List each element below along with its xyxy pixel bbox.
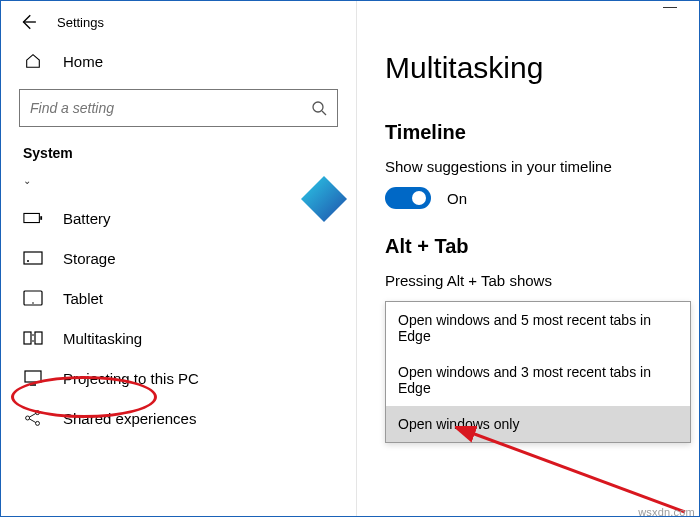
titlebar: Settings (1, 7, 356, 41)
settings-window: Settings Home System ⌄ Batt (0, 0, 700, 517)
svg-marker-20 (301, 176, 347, 222)
section-label: System (1, 139, 356, 167)
alttab-heading: Alt + Tab (385, 235, 699, 258)
projecting-icon (23, 368, 43, 388)
svg-point-15 (26, 416, 30, 420)
svg-point-17 (36, 421, 40, 425)
search-icon (311, 100, 327, 116)
main-pane: Multitasking Timeline Show suggestions i… (357, 1, 699, 516)
sidebar-item-label: Storage (63, 250, 116, 267)
storage-icon (23, 248, 43, 268)
timeline-heading: Timeline (385, 121, 699, 144)
battery-icon (23, 208, 43, 228)
page-title: Multitasking (385, 51, 699, 85)
alttab-option[interactable]: Open windows and 5 most recent tabs in E… (386, 302, 690, 354)
back-icon[interactable] (19, 13, 37, 31)
alttab-dropdown[interactable]: Open windows and 5 most recent tabs in E… (385, 301, 691, 443)
sidebar-item-label: Home (63, 53, 103, 70)
sidebar-item-label: Battery (63, 210, 111, 227)
svg-rect-4 (40, 216, 42, 220)
alttab-option-selected[interactable]: Open windows only (386, 406, 690, 442)
timeline-desc: Show suggestions in your timeline (385, 158, 699, 175)
watermark: wsxdn.com (638, 506, 695, 517)
svg-rect-3 (24, 213, 39, 222)
timeline-toggle[interactable] (385, 187, 431, 209)
svg-point-8 (32, 302, 34, 304)
sidebar-item-shared[interactable]: Shared experiences (1, 398, 356, 438)
svg-rect-13 (25, 371, 41, 382)
svg-line-19 (29, 419, 35, 423)
home-icon (23, 51, 43, 71)
sidebar-item-multitasking[interactable]: Multitasking (1, 318, 356, 358)
tablet-icon (23, 288, 43, 308)
sidebar-item-label: Shared experiences (63, 410, 196, 427)
timeline-toggle-row: On (385, 187, 699, 209)
decorative-logo (301, 176, 347, 222)
search-box[interactable] (19, 89, 338, 127)
chevron-down-icon: ⌄ (23, 175, 31, 186)
svg-rect-5 (24, 252, 42, 264)
alttab-option[interactable]: Open windows and 3 most recent tabs in E… (386, 354, 690, 406)
svg-line-2 (322, 111, 326, 115)
shared-icon (23, 408, 43, 428)
alttab-desc: Pressing Alt + Tab shows (385, 272, 699, 289)
window-title: Settings (57, 15, 104, 30)
toggle-label: On (447, 190, 467, 207)
svg-rect-10 (35, 332, 42, 344)
sidebar-item-tablet[interactable]: Tablet (1, 278, 356, 318)
sidebar-item-projecting[interactable]: Projecting to this PC (1, 358, 356, 398)
sidebar-item-label: Tablet (63, 290, 103, 307)
search-input[interactable] (30, 100, 327, 116)
minimize-icon[interactable] (663, 7, 677, 8)
svg-point-16 (36, 411, 40, 415)
sidebar-item-label: Projecting to this PC (63, 370, 199, 387)
search-container (19, 89, 338, 127)
svg-line-18 (29, 414, 35, 418)
sidebar-item-storage[interactable]: Storage (1, 238, 356, 278)
svg-point-6 (27, 260, 29, 262)
multitasking-icon (23, 328, 43, 348)
sidebar: Settings Home System ⌄ Batt (1, 1, 357, 516)
sidebar-item-home[interactable]: Home (1, 41, 356, 81)
svg-point-1 (313, 102, 323, 112)
svg-rect-9 (24, 332, 31, 344)
sidebar-item-label: Multitasking (63, 330, 142, 347)
